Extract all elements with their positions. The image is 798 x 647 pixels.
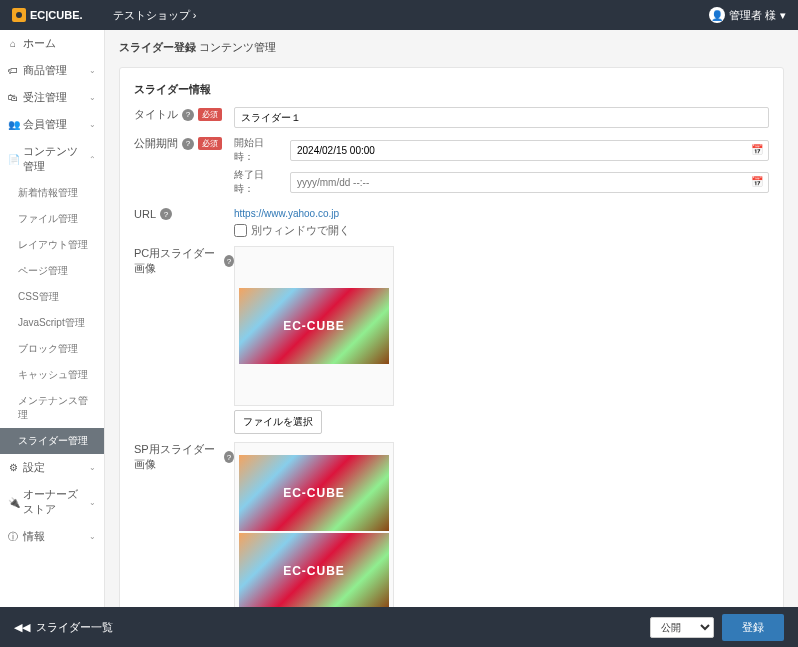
logo-icon: [12, 8, 26, 22]
info-icon: ⓘ: [8, 530, 18, 544]
sp-image-preview: EC-CUBE EC-CUBE: [234, 442, 394, 622]
home-icon: ⌂: [8, 38, 18, 49]
end-date-input[interactable]: [290, 172, 769, 193]
nav-news[interactable]: 新着情報管理: [0, 180, 104, 206]
chevron-up-icon: ⌃: [89, 155, 96, 164]
required-badge: 必須: [198, 137, 222, 150]
breadcrumb: スライダー登録 コンテンツ管理: [119, 40, 784, 55]
pc-file-select-button[interactable]: ファイルを選択: [234, 410, 322, 434]
help-icon[interactable]: ?: [224, 451, 234, 463]
nav-content[interactable]: 📄コンテンツ管理⌃: [0, 138, 104, 180]
help-icon[interactable]: ?: [160, 208, 172, 220]
nav-setting[interactable]: ⚙設定⌄: [0, 454, 104, 481]
nav-maint[interactable]: メンテナンス管理: [0, 388, 104, 428]
nav-member[interactable]: 👥会員管理⌄: [0, 111, 104, 138]
user-menu[interactable]: 👤管理者 様 ▾: [709, 7, 786, 23]
chevron-down-icon: ⌄: [89, 120, 96, 129]
nav-css[interactable]: CSS管理: [0, 284, 104, 310]
help-icon[interactable]: ?: [182, 109, 194, 121]
nav-product[interactable]: 🏷商品管理⌄: [0, 57, 104, 84]
label-sp-image: SP用スライダー画像?: [134, 442, 234, 472]
plug-icon: 🔌: [8, 497, 18, 508]
nav-layout[interactable]: レイアウト管理: [0, 232, 104, 258]
form-card: スライダー情報 タイトル?必須 公開期間?必須 開始日時： 終了日時： URL?…: [119, 67, 784, 647]
nav-order[interactable]: 🛍受注管理⌄: [0, 84, 104, 111]
users-icon: 👥: [8, 119, 18, 130]
sidebar: ⌂ホーム 🏷商品管理⌄ 🛍受注管理⌄ 👥会員管理⌄ 📄コンテンツ管理⌃ 新着情報…: [0, 30, 105, 647]
nav-home[interactable]: ⌂ホーム: [0, 30, 104, 57]
thumbnail: EC-CUBE: [239, 533, 389, 609]
label-url: URL?: [134, 208, 234, 220]
brand-text: EC|CUBE.: [30, 9, 83, 21]
title-input[interactable]: [234, 107, 769, 128]
help-icon[interactable]: ?: [182, 138, 194, 150]
thumbnail: EC-CUBE: [239, 455, 389, 531]
chevron-down-icon: ⌄: [89, 463, 96, 472]
label-period: 公開期間?必須: [134, 136, 234, 151]
brand-logo: EC|CUBE.: [12, 8, 83, 22]
back-link[interactable]: ◀◀スライダー一覧: [14, 620, 113, 635]
thumbnail: EC-CUBE: [239, 288, 389, 364]
section-title: スライダー情報: [134, 82, 769, 97]
rewind-icon: ◀◀: [14, 621, 30, 634]
label-title: タイトル?必須: [134, 107, 234, 122]
gear-icon: ⚙: [8, 462, 18, 473]
user-icon: 👤: [709, 7, 725, 23]
start-date-input[interactable]: [290, 140, 769, 161]
chevron-down-icon: ⌄: [89, 532, 96, 541]
new-window-input[interactable]: [234, 224, 247, 237]
new-window-checkbox[interactable]: 別ウィンドウで開く: [234, 223, 769, 238]
nav-block[interactable]: ブロック管理: [0, 336, 104, 362]
help-icon[interactable]: ?: [224, 255, 234, 267]
nav-slider[interactable]: スライダー管理: [0, 428, 104, 454]
chevron-down-icon: ⌄: [89, 498, 96, 507]
doc-icon: 📄: [8, 154, 18, 165]
cart-icon: 🛍: [8, 92, 18, 103]
nav-owner[interactable]: 🔌オーナーズストア⌄: [0, 481, 104, 523]
chevron-down-icon: ⌄: [89, 93, 96, 102]
nav-page[interactable]: ページ管理: [0, 258, 104, 284]
tag-icon: 🏷: [8, 65, 18, 76]
label-start: 開始日時：: [234, 136, 282, 164]
shop-link[interactable]: テストショップ ›: [113, 8, 197, 23]
url-value: https://www.yahoo.co.jp: [234, 208, 769, 219]
chevron-down-icon: ⌄: [89, 66, 96, 75]
submit-button[interactable]: 登録: [722, 614, 784, 641]
label-end: 終了日時：: [234, 168, 282, 196]
label-pc-image: PC用スライダー画像?: [134, 246, 234, 276]
required-badge: 必須: [198, 108, 222, 121]
nav-file[interactable]: ファイル管理: [0, 206, 104, 232]
pc-image-preview: EC-CUBE: [234, 246, 394, 406]
nav-js[interactable]: JavaScript管理: [0, 310, 104, 336]
nav-cache[interactable]: キャッシュ管理: [0, 362, 104, 388]
visibility-select[interactable]: 公開: [650, 617, 714, 638]
nav-info[interactable]: ⓘ情報⌄: [0, 523, 104, 550]
